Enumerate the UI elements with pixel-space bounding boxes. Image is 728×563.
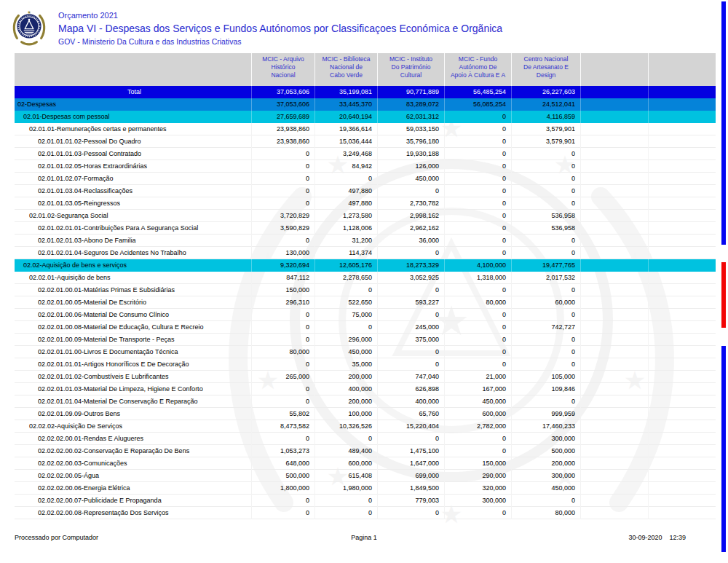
- column-header-labels: [15, 53, 251, 86]
- row-value: 17,460,233: [511, 420, 580, 433]
- row-value: 0: [444, 135, 511, 148]
- row-value: 0: [314, 433, 377, 445]
- table-row: 02.02.01.00.01-Matérias Primas E Subsidi…: [15, 284, 716, 296]
- row-value: 15,036,444: [314, 135, 377, 148]
- row-value: 0: [444, 160, 511, 173]
- row-value: [648, 445, 716, 457]
- row-value: 0: [444, 358, 511, 371]
- row-value: [648, 185, 716, 197]
- row-label: 02.02.02.00.06-Energia Elétrica: [15, 482, 251, 495]
- row-value: [580, 420, 648, 433]
- row-value: [580, 111, 648, 123]
- row-value: 0: [377, 284, 444, 296]
- column-header-empty-1: [580, 53, 648, 86]
- table-row: 02.02-Aquisição de bens e serviços9,320,…: [15, 259, 716, 272]
- row-value: 0: [511, 334, 580, 346]
- row-value: 37,053,606: [251, 98, 314, 111]
- edge-scrollbar-top[interactable]: [721, 1, 726, 245]
- table-row: 02.02.01.09.09-Outros Bens55,802100,0006…: [15, 408, 716, 420]
- row-value: 245,000: [377, 321, 444, 334]
- row-value: [580, 160, 648, 173]
- table-row: 02.02.01.01.00-Livros E Documentação Téc…: [15, 346, 716, 358]
- cabo-verde-emblem-logo: ★: [9, 8, 49, 47]
- row-value: 0: [377, 433, 444, 445]
- table-header-row: MCIC - Arquivo Histórico Nacional MCIC -…: [15, 53, 716, 86]
- ministry-subtitle: GOV - Ministerio Da Cultura e das Indust…: [58, 37, 242, 46]
- table-row: 02.02.01.01.02-Combustíveis E Lubrifican…: [15, 371, 716, 383]
- row-value: 0: [511, 247, 580, 259]
- row-value: 0: [444, 445, 511, 457]
- row-value: [648, 321, 716, 334]
- row-value: 0: [444, 185, 511, 197]
- row-value: 2,730,782: [377, 197, 444, 210]
- row-label: 02.02.01.00.01-Matérias Primas E Subsidi…: [15, 284, 251, 296]
- row-value: 0: [251, 321, 314, 334]
- row-value: [580, 247, 648, 259]
- row-value: [580, 197, 648, 210]
- row-value: 150,000: [251, 284, 314, 296]
- row-value: 1,800,000: [251, 482, 314, 495]
- row-label: 02.02.02.00.02-Conservação E Reparação D…: [15, 445, 251, 457]
- row-label: 02.02.01.00.06-Material De Consumo Clíni…: [15, 309, 251, 321]
- budget-year-title: Orçamento 2021: [58, 11, 118, 20]
- row-value: [580, 272, 648, 284]
- row-value: [580, 334, 648, 346]
- table-row: 02.02.02.00.05-Água500,000615,408699,000…: [15, 470, 716, 482]
- row-value: 12,605,176: [314, 259, 377, 272]
- row-value: 0: [314, 507, 377, 519]
- row-value: 3,249,468: [314, 148, 377, 160]
- row-value: 626,898: [377, 383, 444, 395]
- row-value: [580, 371, 648, 383]
- edge-scrollbar-bottom[interactable]: [721, 346, 726, 552]
- row-value: [580, 433, 648, 445]
- row-value: 0: [511, 148, 580, 160]
- row-value: 26,227,603: [511, 86, 580, 98]
- row-value: 35,199,081: [314, 86, 377, 98]
- column-header-empty-2: [648, 53, 716, 86]
- row-value: 15,220,404: [377, 420, 444, 433]
- row-value: [580, 284, 648, 296]
- row-value: 0: [444, 173, 511, 185]
- row-value: 375,000: [377, 334, 444, 346]
- row-value: 2,017,532: [511, 272, 580, 284]
- row-value: 489,400: [314, 445, 377, 457]
- row-value: 300,000: [511, 470, 580, 482]
- row-value: [648, 470, 716, 482]
- row-value: [648, 482, 716, 495]
- row-value: 747,040: [377, 371, 444, 383]
- row-value: 536,958: [511, 210, 580, 222]
- row-value: [648, 98, 716, 111]
- table-row: 02.02.02.00.06-Energia Elétrica1,800,000…: [15, 482, 716, 495]
- row-value: 0: [377, 358, 444, 371]
- row-value: 80,000: [251, 346, 314, 358]
- row-value: 0: [251, 173, 314, 185]
- row-label: 02.01.01.03.05-Reingressos: [15, 197, 251, 210]
- row-value: [580, 358, 648, 371]
- row-value: 0: [444, 321, 511, 334]
- row-value: 0: [251, 235, 314, 247]
- row-value: 450,000: [377, 173, 444, 185]
- column-header-fundo-autonomo: MCIC - Fundo Autónomo De Apoio À Cultura…: [444, 53, 511, 86]
- row-value: 497,880: [314, 197, 377, 210]
- table-row: 02.01.02.01.01-Contribuições Para A Segu…: [15, 222, 716, 235]
- row-value: [648, 433, 716, 445]
- row-value: [580, 321, 648, 334]
- row-value: 55,802: [251, 408, 314, 420]
- row-label: 02.02.01.00.08-Material De Educação, Cul…: [15, 321, 251, 334]
- row-value: [580, 148, 648, 160]
- table-row: 02.02.02-Aquisição De Serviços8,473,5821…: [15, 420, 716, 433]
- row-label: 02.02.01.01.04-Material De Conservação E…: [15, 395, 251, 408]
- row-value: 24,512,041: [511, 98, 580, 111]
- row-value: [580, 259, 648, 272]
- row-value: 20,640,194: [314, 111, 377, 123]
- row-value: 0: [444, 235, 511, 247]
- table-row: 02.01.01.03.04-Reclassificações0497,8800…: [15, 185, 716, 197]
- row-value: 600,000: [444, 408, 511, 420]
- row-value: 109,846: [511, 383, 580, 395]
- row-value: 300,000: [444, 495, 511, 507]
- row-value: [648, 457, 716, 470]
- table-row: 02.02.02.00.02-Conservação E Reparação D…: [15, 445, 716, 457]
- row-value: 0: [314, 284, 377, 296]
- row-value: 83,289,072: [377, 98, 444, 111]
- edge-scrollbar-middle-red[interactable]: [721, 262, 726, 328]
